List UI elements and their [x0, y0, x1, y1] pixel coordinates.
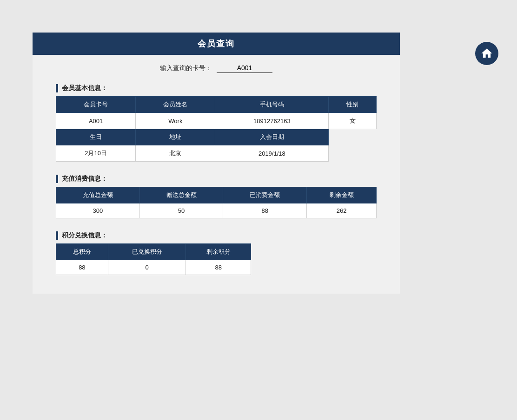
val-birthday: 2月10日	[56, 145, 136, 162]
val-name: Work	[136, 113, 215, 129]
home-button[interactable]	[475, 42, 498, 65]
section-bar-3	[56, 231, 58, 240]
val-consumed: 88	[223, 203, 307, 218]
val-gift-amount: 50	[139, 203, 223, 218]
col-birthday: 生日	[56, 129, 136, 145]
val-remaining-points: 88	[186, 260, 251, 275]
recharge-info-title: 充值消费信息：	[62, 175, 107, 183]
col-redeemed-points: 已兑换积分	[108, 244, 186, 260]
section-bar-2	[56, 175, 58, 183]
val-address: 北京	[136, 145, 215, 162]
col-remaining: 剩余金额	[307, 187, 377, 203]
col-remaining-points: 剩余积分	[186, 244, 251, 260]
val-total-recharge: 300	[56, 203, 140, 218]
val-redeemed-points: 0	[108, 260, 186, 275]
points-data-row: 88 0 88	[56, 260, 251, 275]
points-header-row: 总积分 已兑换积分 剩余积分	[56, 244, 251, 260]
recharge-data-row: 300 50 88 262	[56, 203, 377, 218]
col-phone: 手机号码	[215, 97, 329, 113]
val-remaining: 262	[307, 203, 377, 218]
basic-info-title: 会员基本信息：	[62, 84, 107, 92]
search-row: 输入查询的卡号：	[33, 55, 400, 78]
col-join-date: 入会日期	[215, 129, 329, 145]
val-card-no: A001	[56, 113, 136, 129]
points-info-section: 积分兑换信息： 总积分 已兑换积分 剩余积分 88 0 88	[33, 225, 400, 275]
main-container: 会员查询 输入查询的卡号： 会员基本信息： 会员卡号 会员姓名 手机号码 性别 …	[33, 33, 400, 294]
recharge-info-table: 充值总金额 赠送总金额 已消费金额 剩余金额 300 50 88 262	[56, 187, 377, 218]
basic-info-header-row1: 会员卡号 会员姓名 手机号码 性别	[56, 97, 377, 113]
basic-info-header: 会员基本信息：	[56, 84, 377, 92]
col-gender: 性别	[329, 97, 377, 113]
val-total-points: 88	[56, 260, 108, 275]
basic-info-data-row2: 2月10日 北京 2019/1/18	[56, 145, 377, 162]
val-phone: 18912762163	[215, 113, 329, 129]
recharge-header-row: 充值总金额 赠送总金额 已消费金额 剩余金额	[56, 187, 377, 203]
basic-info-data-row1: A001 Work 18912762163 女	[56, 113, 377, 129]
val-gender: 女	[329, 113, 377, 129]
col-address: 地址	[136, 129, 215, 145]
points-info-header: 积分兑换信息：	[56, 231, 377, 240]
val-join-date: 2019/1/18	[215, 145, 329, 162]
points-info-table: 总积分 已兑换积分 剩余积分 88 0 88	[56, 243, 251, 275]
section-bar-1	[56, 84, 58, 92]
col-name: 会员姓名	[136, 97, 215, 113]
home-icon	[480, 47, 493, 60]
col-total-points: 总积分	[56, 244, 108, 260]
points-info-title: 积分兑换信息：	[62, 231, 107, 240]
col-total-recharge: 充值总金额	[56, 187, 140, 203]
basic-info-table: 会员卡号 会员姓名 手机号码 性别 A001 Work 18912762163 …	[56, 96, 377, 162]
recharge-info-header: 充值消费信息：	[56, 175, 377, 183]
search-input[interactable]	[217, 63, 272, 73]
basic-info-section: 会员基本信息： 会员卡号 会员姓名 手机号码 性别 A001 Work 1891…	[33, 78, 400, 162]
page-title: 会员查询	[33, 33, 400, 55]
basic-info-header-row2: 生日 地址 入会日期	[56, 129, 377, 145]
col-consumed: 已消费金额	[223, 187, 307, 203]
search-label: 输入查询的卡号：	[160, 64, 212, 72]
val-empty	[329, 145, 377, 162]
col-empty	[329, 129, 377, 145]
col-card-no: 会员卡号	[56, 97, 136, 113]
recharge-info-section: 充值消费信息： 充值总金额 赠送总金额 已消费金额 剩余金额 300 50 88…	[33, 168, 400, 218]
col-gift-amount: 赠送总金额	[139, 187, 223, 203]
